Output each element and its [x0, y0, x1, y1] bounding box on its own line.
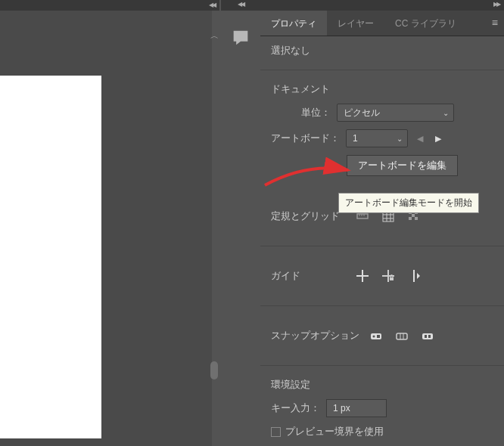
scrollbar-thumb[interactable] — [210, 361, 218, 379]
units-value: ピクセル — [344, 107, 380, 119]
strip-topbar: ◀◀ — [221, 0, 260, 11]
scroll-up-icon[interactable]: ︿ — [210, 30, 219, 42]
preview-bounds-label: プレビュー境界を使用 — [285, 425, 384, 438]
properties-panel: ▶▶ プロパティ レイヤー CC ライブラリ ≡ 選択なし ドキュメント 単位：… — [260, 0, 504, 446]
units-select[interactable]: ピクセル ⌄ — [337, 104, 454, 122]
artboard-canvas[interactable] — [0, 76, 101, 438]
comment-icon[interactable] — [229, 27, 253, 48]
artboard-prev-button[interactable]: ◀ — [414, 132, 426, 144]
svg-rect-28 — [425, 335, 427, 338]
tab-cc-libraries[interactable]: CC ライブラリ — [384, 11, 467, 36]
svg-marker-20 — [417, 273, 420, 279]
artboard-next-button[interactable]: ▶ — [432, 132, 444, 144]
document-heading: ドキュメント — [271, 82, 493, 96]
svg-rect-29 — [428, 335, 431, 338]
guides-options-icon[interactable] — [404, 266, 424, 286]
snap-heading: スナップオプション — [271, 329, 360, 342]
svg-rect-18 — [390, 277, 394, 280]
canvas-area: ◀◀ ︿ — [0, 0, 212, 446]
snap-grid-icon[interactable] — [392, 326, 412, 345]
selection-status: 選択なし — [271, 44, 493, 57]
svg-rect-27 — [422, 333, 433, 339]
collapsed-panel-strip: ◀◀ — [221, 0, 260, 446]
svg-rect-24 — [397, 333, 407, 339]
tab-properties[interactable]: プロパティ — [260, 11, 327, 36]
collapse-icon[interactable]: ◀◀ — [209, 2, 215, 8]
key-input-field[interactable] — [326, 399, 387, 417]
panel-topbar: ▶▶ — [260, 0, 504, 11]
snap-pixel-icon[interactable] — [418, 326, 437, 345]
preview-bounds-checkbox[interactable] — [271, 427, 281, 437]
svg-rect-13 — [415, 217, 418, 220]
edit-artboard-button[interactable]: アートボードを編集 — [347, 155, 458, 176]
svg-rect-11 — [412, 214, 415, 217]
guides-show-icon[interactable] — [353, 266, 372, 286]
panel-tabs: プロパティ レイヤー CC ライブラリ — [260, 11, 504, 36]
key-input-label: キー入力： — [271, 401, 320, 415]
tab-layers[interactable]: レイヤー — [327, 11, 384, 36]
artboard-label: アートボード： — [271, 132, 340, 145]
panel-menu-icon[interactable]: ≡ — [492, 17, 498, 29]
preferences-heading: 環境設定 — [271, 378, 493, 392]
edit-artboard-tooltip: アートボード編集モードを開始 — [338, 193, 479, 213]
chevron-down-icon: ⌄ — [397, 135, 403, 143]
guides-lock-icon[interactable] — [378, 266, 398, 286]
artboard-value: 1 — [353, 133, 358, 144]
snap-point-icon[interactable] — [366, 326, 386, 345]
svg-rect-0 — [357, 214, 368, 218]
canvas-topbar: ◀◀ — [0, 0, 219, 11]
svg-rect-23 — [377, 335, 380, 338]
units-label: 単位： — [301, 106, 331, 119]
svg-rect-12 — [409, 217, 412, 220]
guides-heading: ガイド — [271, 269, 347, 283]
svg-point-22 — [373, 336, 375, 338]
chevron-down-icon: ⌄ — [443, 109, 449, 117]
artboard-select[interactable]: 1 ⌄ — [346, 129, 408, 147]
rulers-grid-heading: 定規とグリッド — [271, 209, 347, 223]
